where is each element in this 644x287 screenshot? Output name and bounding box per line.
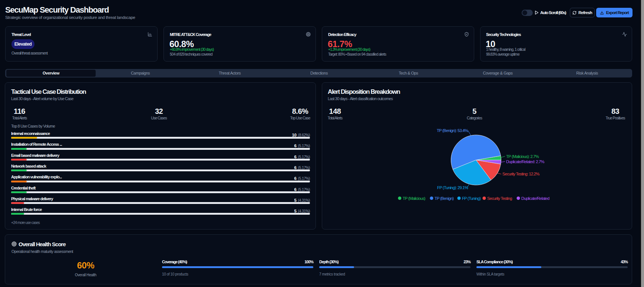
svg-text:TP (Benign): 53.4%: TP (Benign): 53.4% (437, 128, 468, 133)
svg-text:TP (Malicious): TP (Malicious) (403, 196, 426, 201)
svg-text:TP (Benign): TP (Benign) (435, 196, 454, 201)
svg-text:FP (Tuning): 29.1%: FP (Tuning): 29.1% (437, 185, 468, 190)
svg-text:FP (Tuning): FP (Tuning) (462, 196, 481, 201)
svg-text:Security Testing: 12.2%: Security Testing: 12.2% (502, 172, 539, 176)
svg-text:Duplicate/Related: 2.7%: Duplicate/Related: 2.7% (506, 159, 545, 164)
svg-text:TP (Malicious): 2.7%: TP (Malicious): 2.7% (506, 154, 539, 159)
svg-text:Duplicate/Related: Duplicate/Related (521, 196, 549, 201)
svg-text:Security Testing: Security Testing (487, 196, 512, 201)
